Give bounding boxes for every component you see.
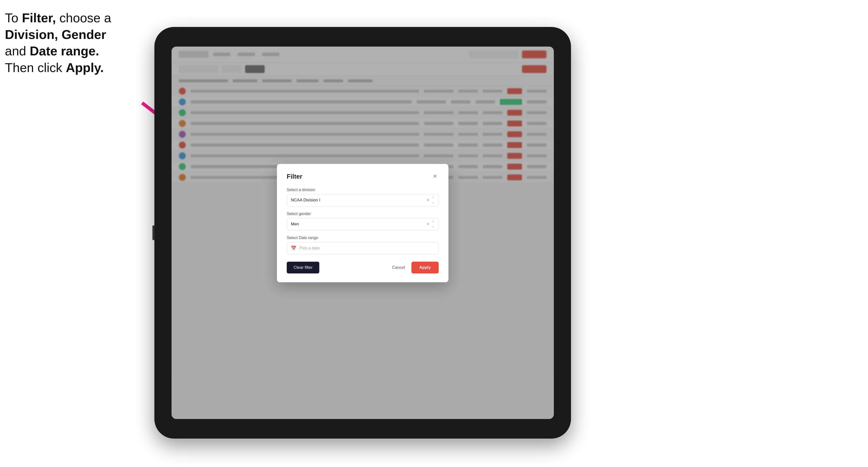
apply-button[interactable]: Apply [411, 262, 439, 274]
gender-select-value: Men [291, 222, 299, 227]
cancel-button[interactable]: Cancel [390, 262, 407, 274]
gender-label: Select gender [287, 212, 439, 216]
filter-modal: Filter ✕ Select a division NCAA Division… [277, 164, 448, 282]
gender-select-controls: ✕ ⌃⌄ [426, 220, 434, 228]
modal-header: Filter ✕ [287, 173, 439, 180]
gender-clear-icon[interactable]: ✕ [426, 222, 430, 226]
tablet-screen: Filter ✕ Select a division NCAA Division… [172, 46, 554, 419]
clear-filter-button[interactable]: Clear filter [287, 262, 319, 274]
date-picker[interactable]: 📅 Pick a date [287, 242, 439, 254]
gender-select[interactable]: Men ✕ ⌃⌄ [287, 218, 439, 230]
gender-field: Select gender Men ✕ ⌃⌄ [287, 212, 439, 230]
date-field: Select Date range 📅 Pick a date [287, 236, 439, 254]
division-arrow-icon: ⌃⌄ [432, 196, 434, 204]
date-label: Select Date range [287, 236, 439, 240]
instruction-text: To Filter, choose a Division, Gender and… [5, 10, 111, 76]
date-placeholder: Pick a date [299, 246, 320, 251]
modal-overlay: Filter ✕ Select a division NCAA Division… [172, 46, 554, 419]
division-select-controls: ✕ ⌃⌄ [426, 196, 434, 204]
modal-footer-right: Cancel Apply [390, 262, 439, 274]
division-clear-icon[interactable]: ✕ [426, 198, 430, 203]
modal-footer: Clear filter Cancel Apply [287, 262, 439, 274]
division-select[interactable]: NCAA Division I ✕ ⌃⌄ [287, 194, 439, 206]
division-select-value: NCAA Division I [291, 198, 320, 203]
gender-arrow-icon: ⌃⌄ [432, 220, 434, 228]
modal-title: Filter [287, 173, 302, 180]
division-field: Select a division NCAA Division I ✕ ⌃⌄ [287, 188, 439, 206]
division-label: Select a division [287, 188, 439, 192]
calendar-icon: 📅 [291, 246, 296, 251]
tablet-side-button [152, 225, 154, 240]
tablet-device: Filter ✕ Select a division NCAA Division… [154, 27, 571, 439]
modal-close-button[interactable]: ✕ [431, 173, 439, 180]
